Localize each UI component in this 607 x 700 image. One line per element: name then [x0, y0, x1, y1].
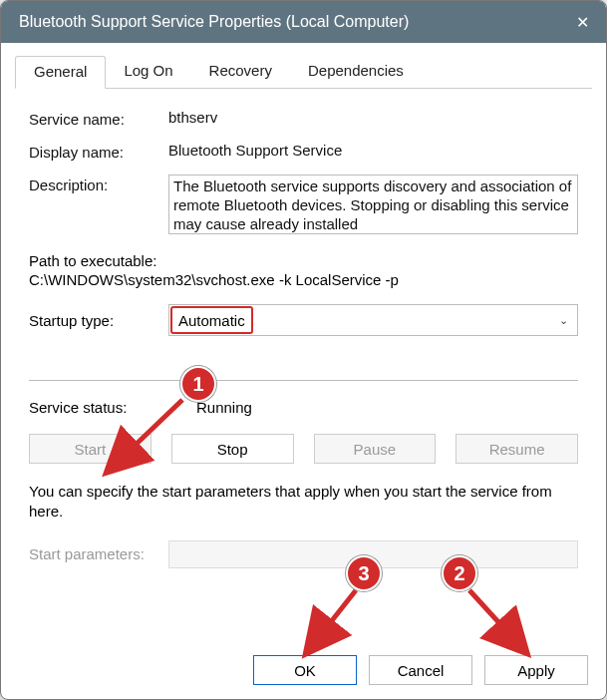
dialog-window: Bluetooth Support Service Properties (Lo…	[0, 0, 607, 700]
path-block: Path to executable: C:\WINDOWS\system32\…	[29, 252, 578, 288]
row-service-name: Service name: bthserv	[29, 109, 578, 128]
description-label: Description:	[29, 175, 168, 193]
close-button[interactable]: ✕	[558, 1, 606, 43]
service-action-buttons: Start Stop Pause Resume	[29, 434, 578, 464]
start-button: Start	[29, 434, 152, 464]
annotation-badge-2: 2	[442, 555, 477, 591]
startup-type-label: Startup type:	[29, 312, 168, 329]
row-service-status: Service status: Running	[29, 399, 578, 416]
stop-button[interactable]: Stop	[171, 434, 294, 464]
tab-strip: General Log On Recovery Dependencies	[15, 55, 592, 89]
titlebar: Bluetooth Support Service Properties (Lo…	[1, 1, 606, 43]
svg-line-2	[469, 590, 521, 647]
pause-button: Pause	[314, 434, 437, 464]
tab-content-general: Service name: bthserv Display name: Blue…	[1, 89, 606, 568]
service-status-value: Running	[196, 399, 252, 416]
path-value: C:\WINDOWS\system32\svchost.exe -k Local…	[29, 271, 578, 288]
annotation-badge-1: 1	[180, 366, 216, 402]
row-display-name: Display name: Bluetooth Support Service	[29, 142, 578, 161]
separator	[29, 380, 578, 381]
row-startup-type: Startup type: Automatic ⌄	[29, 304, 578, 336]
apply-button[interactable]: Apply	[484, 655, 588, 685]
tab-log-on[interactable]: Log On	[106, 56, 190, 89]
display-name-label: Display name:	[29, 142, 168, 161]
svg-line-1	[311, 590, 356, 647]
tab-general[interactable]: General	[15, 56, 106, 89]
cancel-button[interactable]: Cancel	[369, 655, 472, 685]
dialog-footer: OK Cancel Apply	[253, 655, 588, 685]
close-icon: ✕	[576, 13, 589, 32]
description-box[interactable]: The Bluetooth service supports discovery…	[168, 175, 578, 234]
service-name-label: Service name:	[29, 109, 168, 128]
resume-button: Resume	[455, 434, 578, 464]
path-label: Path to executable:	[29, 252, 578, 269]
tab-dependencies[interactable]: Dependencies	[290, 56, 422, 89]
display-name-value: Bluetooth Support Service	[168, 142, 578, 159]
service-status-label: Service status:	[29, 399, 196, 416]
start-parameters-hint: You can specify the start parameters tha…	[29, 482, 578, 523]
start-parameters-label: Start parameters:	[29, 545, 168, 562]
row-start-parameters: Start parameters:	[29, 540, 578, 568]
service-name-value: bthserv	[168, 109, 578, 126]
row-description: Description: The Bluetooth service suppo…	[29, 175, 578, 234]
startup-type-select[interactable]	[168, 304, 578, 336]
description-text: The Bluetooth service supports discovery…	[173, 177, 571, 232]
ok-button[interactable]: OK	[253, 655, 357, 685]
annotation-badge-3: 3	[346, 555, 382, 591]
window-title: Bluetooth Support Service Properties (Lo…	[19, 13, 558, 31]
tab-recovery[interactable]: Recovery	[191, 56, 290, 89]
